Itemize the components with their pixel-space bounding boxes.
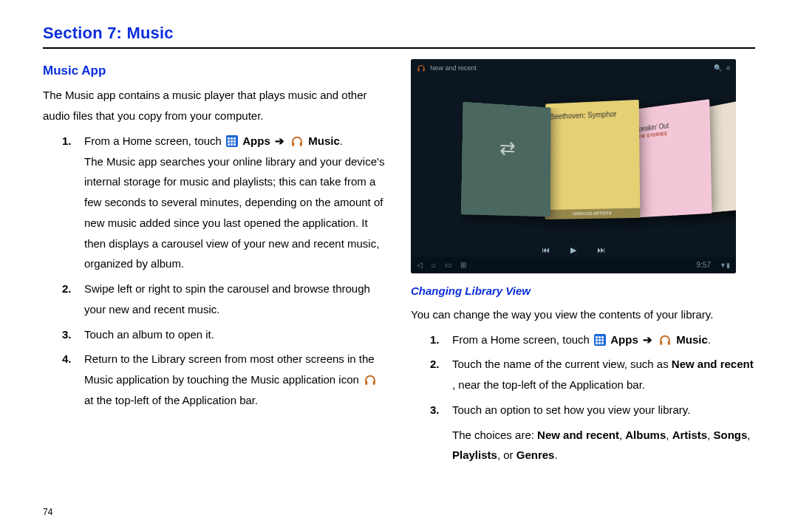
music-headphones-icon: [417, 64, 426, 72]
step-3: Touch an album to open it.: [84, 324, 387, 345]
step-4: Return to the Library screen from most o…: [84, 349, 387, 410]
music-label: Music: [308, 134, 340, 147]
play-icon: ▶: [570, 242, 576, 257]
svg-rect-7: [668, 341, 670, 344]
two-column-layout: Music App The Music app contains a music…: [43, 59, 755, 477]
step-1-text-a: From a Home screen, touch: [84, 134, 225, 147]
step-4-text-b: at the top-left of the Application bar.: [84, 394, 258, 406]
svg-rect-3: [373, 381, 375, 385]
section-rule: [43, 47, 755, 49]
left-column: Music App The Music app contains a music…: [43, 59, 387, 477]
step-2-text-a: Touch the name of the current view, such…: [452, 358, 672, 370]
page-number: 74: [43, 507, 52, 517]
sep: ,: [707, 429, 713, 441]
step-1: From a Home screen, touch Apps ➔ Music.: [452, 330, 755, 350]
right-column: New and recent 🔍 ≡ messias GUZMAN: [411, 59, 755, 477]
svg-rect-2: [365, 381, 367, 385]
step-1-text-a: From a Home screen, touch: [452, 333, 593, 346]
album-caption: Shuffle all: [463, 102, 550, 110]
choice-4: Songs: [714, 429, 748, 441]
choice-3: Artists: [672, 429, 708, 441]
changing-library-view-steps: From a Home screen, touch Apps ➔ Music. …: [411, 330, 755, 420]
period: .: [554, 449, 557, 461]
step-2-text-b: , near the top-left of the Application b…: [452, 378, 645, 391]
step-1-text-b: The Music app searches your online libra…: [84, 151, 387, 275]
period: .: [340, 134, 343, 147]
choice-6: Genres: [516, 449, 555, 461]
arrow-icon: ➔: [275, 131, 284, 151]
step-2: Swipe left or right to spin the carousel…: [84, 279, 387, 320]
back-icon: ◁: [417, 259, 423, 273]
manual-page: Section 7: Music Music App The Music app…: [0, 0, 798, 532]
svg-rect-6: [660, 341, 662, 344]
svg-rect-1: [300, 142, 302, 146]
menu-icon: ≡: [726, 62, 730, 75]
svg-rect-0: [292, 142, 294, 146]
music-label: Music: [676, 333, 708, 346]
carousel: messias GUZMAN Speakin' Out Speakin' Out…: [411, 77, 736, 241]
prev-icon: ⏮: [542, 242, 550, 257]
svg-rect-5: [423, 69, 425, 72]
wifi-icon: ▼▮: [720, 259, 730, 272]
choice-1: New and recent: [537, 429, 619, 441]
search-icon: 🔍: [714, 62, 722, 75]
album-caption: Beethoven: Symphon…: [545, 100, 638, 106]
recent-icon: ▭: [445, 259, 451, 273]
album-card-speakin: Speakin' Out Speakin' Out NEW STORIES: [630, 99, 712, 218]
arrow-icon: ➔: [643, 330, 652, 350]
screenshot-icon: ⊞: [460, 259, 466, 273]
music-headphones-icon: [658, 333, 672, 347]
music-app-intro: The Music app contains a music player th…: [43, 85, 387, 126]
album-label: Beethoven: Symphor: [550, 107, 639, 124]
tablet-screenshot: New and recent 🔍 ≡ messias GUZMAN: [411, 59, 736, 273]
clock-label: 9:57: [697, 259, 711, 273]
apps-icon: [594, 334, 606, 346]
apps-label: Apps: [610, 333, 638, 346]
choices-line: The choices are: New and recent, Albums,…: [411, 425, 755, 466]
apps-label: Apps: [242, 134, 270, 147]
sep: ,: [747, 429, 750, 441]
album-card-beethoven: Beethoven: Symphon… Beethoven: Symphor V…: [545, 100, 641, 219]
music-headphones-icon: [364, 373, 377, 386]
album-caption: Speakin' Out: [630, 99, 709, 112]
music-app-steps: From a Home screen, touch Apps ➔ Music. …: [43, 131, 387, 411]
choices-lead: The choices are:: [452, 429, 537, 441]
album-artist: VARIOUS ARTISTS: [545, 208, 641, 220]
shuffle-icon: ⇄: [499, 130, 515, 167]
step-4-text-a: Return to the Library screen from most o…: [84, 352, 375, 386]
album-card-shuffle: Shuffle all ⇄: [461, 102, 551, 217]
choice-5: Playlists: [452, 449, 497, 461]
next-icon: ⏭: [597, 242, 605, 257]
changing-library-view-heading: Changing Library View: [411, 281, 755, 301]
svg-rect-4: [418, 69, 420, 72]
tablet-header-label: New and recent: [430, 62, 477, 75]
section-title: Section 7: Music: [43, 24, 755, 43]
step-2: Touch the name of the current view, such…: [452, 354, 755, 395]
music-headphones-icon: [290, 134, 304, 148]
tablet-top-bar: New and recent 🔍 ≡: [411, 59, 736, 77]
step-1: From a Home screen, touch Apps ➔ Music. …: [84, 131, 387, 274]
period: .: [708, 333, 711, 346]
music-app-heading: Music App: [43, 59, 387, 82]
apps-icon: [226, 135, 238, 147]
or: , or: [497, 449, 516, 461]
playback-controls: ⏮ ▶ ⏭: [411, 242, 736, 257]
choice-2: Albums: [625, 429, 666, 441]
sep: ,: [666, 429, 672, 441]
home-icon: ⌂: [432, 259, 436, 273]
step-3: Touch an option to set how you view your…: [452, 400, 755, 420]
changing-library-view-intro: You can change the way you view the cont…: [411, 304, 755, 325]
tablet-system-bar: ◁ ⌂ ▭ ⊞ 9:57 ▼▮: [411, 257, 736, 273]
step-2-bold: New and recent: [672, 358, 754, 370]
